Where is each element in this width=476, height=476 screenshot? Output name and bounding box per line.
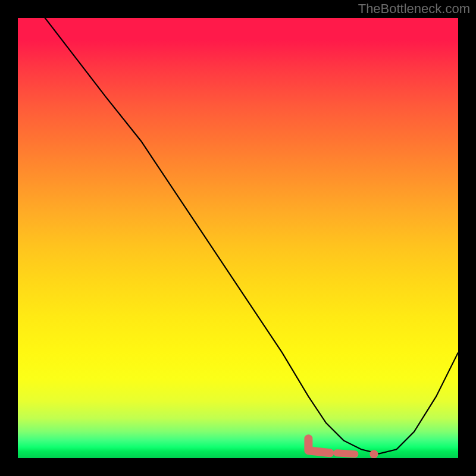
watermark-text: TheBottleneck.com [358,1,470,17]
optimal-range-marker [308,439,378,458]
svg-point-0 [369,450,378,458]
bottleneck-curve [18,18,458,454]
plot-area [18,18,458,458]
chart-overlay [18,18,458,458]
